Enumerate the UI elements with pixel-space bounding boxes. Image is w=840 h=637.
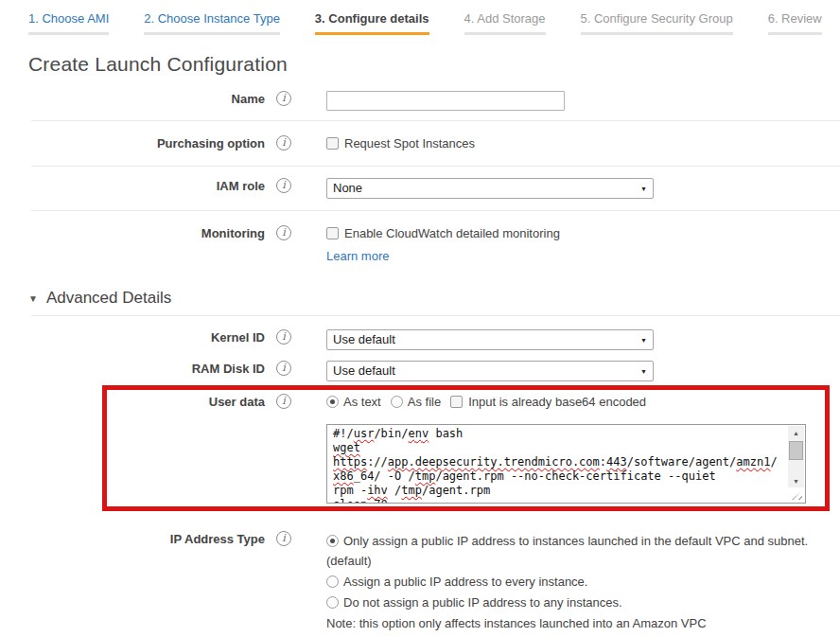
as-text-radio[interactable] — [326, 396, 339, 408]
info-icon[interactable]: i — [276, 225, 291, 240]
tab-configure-security-group[interactable]: 5. Configure Security Group — [581, 11, 743, 35]
dropdown-arrow-icon: ▼ — [640, 186, 647, 193]
tab-label: 4. Add Storage — [464, 11, 546, 26]
info-icon[interactable]: i — [276, 329, 291, 345]
tab-underline — [464, 32, 546, 35]
iam-role-row: IAM role i None ▼ — [28, 167, 840, 210]
scroll-up-icon[interactable]: ▲ — [788, 426, 804, 440]
purchasing-option-label: Purchasing option — [28, 133, 265, 151]
tab-underline-active — [315, 32, 429, 35]
user-data-label: User data — [28, 392, 265, 410]
tab-add-storage[interactable]: 4. Add Storage — [464, 11, 555, 35]
ram-disk-id-row: RAM Disk ID i Use default ▼ — [28, 350, 840, 381]
dropdown-arrow-icon: ▼ — [640, 368, 647, 376]
ram-disk-id-selected-value: Use default — [333, 363, 395, 378]
ram-disk-id-label: RAM Disk ID — [28, 359, 265, 377]
advanced-details-title: Advanced Details — [46, 289, 171, 307]
ip-option-default-radio[interactable] — [326, 535, 339, 547]
tab-underline — [768, 32, 822, 35]
advanced-details-header[interactable]: ▼Advanced Details — [28, 289, 840, 308]
kernel-id-selected-value: Use default — [333, 332, 395, 346]
scroll-down-icon[interactable]: ▼ — [788, 474, 804, 488]
user-data-row: User data i As textAs fileInput is alrea… — [28, 392, 840, 511]
monitoring-label: Monitoring — [28, 223, 265, 241]
ram-disk-id-select[interactable]: Use default ▼ — [326, 361, 654, 381]
ip-option-none-radio[interactable] — [326, 596, 339, 609]
info-icon[interactable]: i — [276, 531, 291, 546]
tab-underline — [144, 32, 280, 35]
ip-option-none-label: Do not assign a public IP address to any… — [343, 595, 622, 610]
ip-address-type-label: IP Address Type — [28, 529, 265, 547]
purchasing-option-row: Purchasing option i Request Spot Instanc… — [28, 121, 840, 166]
dropdown-arrow-icon: ▼ — [640, 337, 647, 345]
as-file-radio[interactable] — [391, 396, 403, 408]
ip-address-type-row: IP Address Type i Only assign a public I… — [28, 529, 840, 633]
resize-grip-icon[interactable] — [788, 487, 804, 502]
as-text-radio-label: As text — [343, 395, 381, 409]
user-data-textarea[interactable]: #!/usr/bin/env bash wget https://app.dee… — [326, 424, 806, 504]
base64-encoded-checkbox-label: Input is already base64 encoded — [468, 395, 646, 409]
enable-cloudwatch-checkbox-label: Enable CloudWatch detailed monitoring — [344, 226, 560, 240]
info-icon[interactable]: i — [276, 361, 291, 376]
tab-label: 5. Configure Security Group — [581, 11, 733, 26]
wizard-tabs: 1. Choose AMI 2. Choose Instance Type 3.… — [28, 11, 840, 35]
tab-underline — [581, 32, 733, 35]
ip-option-every-instance: Assign a public IP address to every inst… — [326, 572, 814, 592]
iam-role-select[interactable]: None ▼ — [326, 178, 654, 199]
create-launch-configuration-page: 1. Choose AMI 2. Choose Instance Type 3.… — [0, 0, 840, 637]
request-spot-instances-checkbox[interactable] — [326, 137, 339, 150]
tab-label: 1. Choose AMI — [28, 11, 109, 26]
ip-option-every-instance-radio[interactable] — [326, 575, 339, 588]
kernel-id-label: Kernel ID — [28, 327, 265, 345]
user-data-textarea-content: #!/usr/bin/env bash wget https://app.dee… — [327, 425, 805, 504]
textarea-scrollbar[interactable]: ▲ ▼ — [788, 426, 804, 488]
name-row: Name i — [28, 87, 840, 120]
tab-configure-details[interactable]: 3. Configure details — [315, 11, 439, 35]
tab-choose-instance-type[interactable]: 2. Choose Instance Type — [144, 11, 289, 35]
ip-option-none: Do not assign a public IP address to any… — [326, 593, 814, 612]
iam-role-label: IAM role — [28, 176, 265, 194]
tab-label: 3. Configure details — [315, 11, 429, 26]
kernel-id-select[interactable]: Use default ▼ — [326, 329, 654, 350]
request-spot-instances-checkbox-label: Request Spot Instances — [344, 136, 475, 150]
enable-cloudwatch-checkbox[interactable] — [326, 227, 339, 239]
kernel-id-row: Kernel ID i Use default ▼ — [28, 316, 840, 350]
base64-encoded-checkbox[interactable] — [450, 396, 463, 408]
scrollbar-thumb[interactable] — [789, 441, 803, 460]
ip-option-default: Only assign a public IP address to insta… — [326, 531, 814, 571]
name-input[interactable] — [326, 91, 565, 111]
tab-choose-ami[interactable]: 1. Choose AMI — [28, 11, 118, 35]
info-icon[interactable]: i — [276, 394, 291, 409]
tab-underline — [28, 32, 109, 35]
tab-label: 6. Review — [768, 11, 822, 26]
info-icon[interactable]: i — [276, 135, 291, 150]
name-label: Name — [28, 89, 265, 107]
disclosure-triangle-icon: ▼ — [28, 293, 38, 304]
as-file-radio-label: As file — [408, 395, 441, 409]
learn-more-link[interactable]: Learn more — [326, 249, 389, 263]
tab-label: 2. Choose Instance Type — [144, 11, 280, 26]
info-icon[interactable]: i — [276, 178, 291, 193]
monitoring-row: Monitoring i Enable CloudWatch detailed … — [28, 211, 840, 265]
info-icon[interactable]: i — [276, 91, 291, 106]
ip-option-default-label: Only assign a public IP address to insta… — [326, 534, 808, 568]
tab-review[interactable]: 6. Review — [768, 11, 831, 35]
ip-address-note: Note: this option only affects instances… — [326, 613, 814, 633]
ip-option-every-instance-label: Assign a public IP address to every inst… — [343, 575, 587, 589]
page-title: Create Launch Configuration — [28, 53, 840, 76]
iam-role-selected-value: None — [333, 181, 362, 195]
